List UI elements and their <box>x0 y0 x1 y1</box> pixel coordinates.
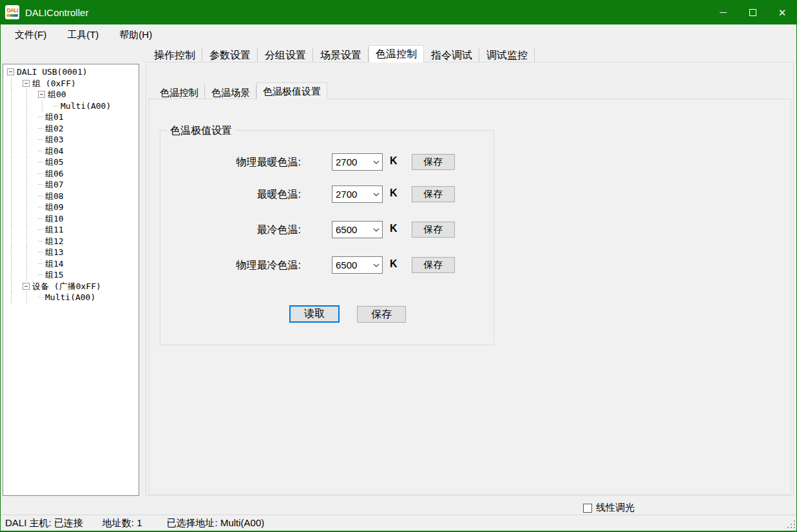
tree-guide-line <box>26 269 38 281</box>
tree-node[interactable]: −DALI USB(0001) <box>3 66 139 78</box>
tree-node[interactable]: 组10 <box>3 213 139 225</box>
cct-combobox[interactable]: 6500 <box>332 221 383 238</box>
main-tab-色温控制[interactable]: 色温控制 <box>369 45 424 62</box>
main-tab-参数设置[interactable]: 参数设置 <box>202 47 258 62</box>
chevron-down-icon[interactable] <box>370 160 382 164</box>
tree-guide-line <box>26 202 38 213</box>
tree-expander-icon[interactable]: − <box>23 80 30 87</box>
tree-node[interactable]: 组08 <box>3 191 139 202</box>
tree-node[interactable]: 组03 <box>3 134 139 146</box>
maximize-button[interactable] <box>738 0 767 24</box>
tree-guide-line <box>11 247 23 258</box>
tree-node[interactable]: −组00 <box>3 89 139 100</box>
linear-dimming-checkbox[interactable]: 线性调光 <box>583 502 635 514</box>
tree-node[interactable]: 组02 <box>3 123 139 135</box>
chevron-down-icon[interactable] <box>370 193 382 196</box>
tree-node[interactable]: 组12 <box>3 236 139 247</box>
window-border-left <box>0 24 1 532</box>
tree-guide-line <box>26 157 38 168</box>
tree-node[interactable]: Multi(A00) <box>3 100 139 112</box>
cct-combobox[interactable]: 6500 <box>332 256 383 274</box>
tree-connector-line <box>38 207 43 207</box>
tree-node[interactable]: 组11 <box>3 224 139 236</box>
save-all-button[interactable]: 保存 <box>357 306 406 323</box>
read-button[interactable]: 读取 <box>289 305 340 323</box>
tree-guide-line <box>26 146 38 157</box>
tree-connector-line <box>38 196 43 196</box>
tree-node-label: 组09 <box>45 202 64 213</box>
menu-item[interactable]: 帮助(H) <box>113 26 158 44</box>
tree-node[interactable]: 组05 <box>3 157 139 168</box>
cct-form-row: 物理最冷色温: 6500 K 保存 <box>160 256 494 274</box>
chevron-down-icon[interactable] <box>370 263 382 267</box>
cct-combobox-value: 6500 <box>336 224 370 235</box>
menu-item[interactable]: 文件(F) <box>8 26 53 44</box>
main-tab-调试监控[interactable]: 调试监控 <box>479 47 535 62</box>
tree-guide-line <box>11 202 23 213</box>
sub-tab-色温控制[interactable]: 色温控制 <box>153 84 205 99</box>
minimize-button[interactable] <box>708 0 738 24</box>
sub-tab-色温极值设置[interactable]: 色温极值设置 <box>256 82 327 99</box>
tree-expander-icon[interactable]: − <box>38 91 45 98</box>
tree-node[interactable]: 组09 <box>3 202 139 213</box>
tree-node[interactable]: 组04 <box>3 146 139 157</box>
tree-expander-icon[interactable]: − <box>23 283 30 290</box>
tree-guide-line <box>11 111 23 123</box>
menu-item[interactable]: 工具(T) <box>61 26 105 44</box>
tree-guide-line <box>11 213 23 225</box>
tree-node[interactable]: −设备 (广播0xFF) <box>3 281 139 292</box>
main-tab-指令调试[interactable]: 指令调试 <box>424 47 479 62</box>
tree-node[interactable]: 组01 <box>3 111 139 123</box>
unit-label: K <box>390 223 398 234</box>
device-tree-panel[interactable]: −DALI USB(0001) −组 (0xFF) −组00 Multi(A00… <box>3 64 139 496</box>
cct-combobox[interactable]: 2700 <box>332 153 383 171</box>
sub-tab-色温场景[interactable]: 色温场景 <box>205 84 256 99</box>
tree-node[interactable]: Multi(A00) <box>3 292 139 303</box>
tree-node[interactable]: 组14 <box>3 258 139 270</box>
main-tab-操作控制[interactable]: 操作控制 <box>147 47 202 62</box>
cct-form-row: 最冷色温: 6500 K 保存 <box>160 221 494 238</box>
cct-row-label: 最冷色温: <box>257 223 301 237</box>
main-tab-分组设置[interactable]: 分组设置 <box>258 47 313 62</box>
tree-guide-line <box>26 247 38 258</box>
tree-node-label: 组14 <box>45 258 64 270</box>
minimize-icon <box>720 12 727 13</box>
row-save-button[interactable]: 保存 <box>412 257 455 273</box>
tree-guide-line <box>11 224 23 236</box>
tree-guide-line <box>11 281 23 292</box>
tree-guide-line <box>26 89 38 100</box>
cct-extremes-groupbox: 色温极值设置 物理最暖色温: 2700 K 保存 最暖色温: 2700 K 保存… <box>160 130 494 345</box>
tree-node[interactable]: 组06 <box>3 168 139 180</box>
row-save-button[interactable]: 保存 <box>412 222 455 238</box>
chevron-down-icon[interactable] <box>370 228 382 232</box>
tree-guide-line <box>26 292 38 303</box>
tree-node-label: 组06 <box>45 168 64 180</box>
cct-combobox[interactable]: 2700 <box>332 185 383 203</box>
row-save-button[interactable]: 保存 <box>412 186 455 202</box>
main-tab-场景设置[interactable]: 场景设置 <box>313 47 369 62</box>
status-selected-address: 已选择地址: Multi(A00) <box>167 517 265 529</box>
tree-connector-line <box>38 162 43 162</box>
read-button-label: 读取 <box>304 307 325 321</box>
groupbox-title: 色温极值设置 <box>167 124 235 138</box>
row-save-button-label: 保存 <box>424 259 443 271</box>
checkbox-icon[interactable] <box>583 504 592 513</box>
tree-node[interactable]: 组15 <box>3 269 139 281</box>
tree-connector-line <box>53 106 59 106</box>
tree-expander-icon[interactable]: − <box>7 68 14 75</box>
cct-form-row: 最暖色温: 2700 K 保存 <box>160 185 494 203</box>
resize-grip-icon[interactable] <box>786 519 795 528</box>
app-icon: DALI <box>5 5 19 19</box>
tree-node-label: 组01 <box>45 111 64 123</box>
row-save-button[interactable]: 保存 <box>412 154 455 170</box>
tree-node[interactable]: −组 (0xFF) <box>3 78 139 90</box>
unit-label: K <box>390 187 398 199</box>
close-button[interactable]: ✕ <box>767 0 797 24</box>
row-save-button-label: 保存 <box>424 223 443 236</box>
tree-node[interactable]: 组07 <box>3 179 139 191</box>
tree-node-label: 组07 <box>45 179 64 191</box>
tree-node-label: 组15 <box>45 269 64 281</box>
tree-node[interactable]: 组13 <box>3 247 139 258</box>
tree-guide-line <box>26 224 38 236</box>
cct-combobox-value: 6500 <box>336 260 370 271</box>
